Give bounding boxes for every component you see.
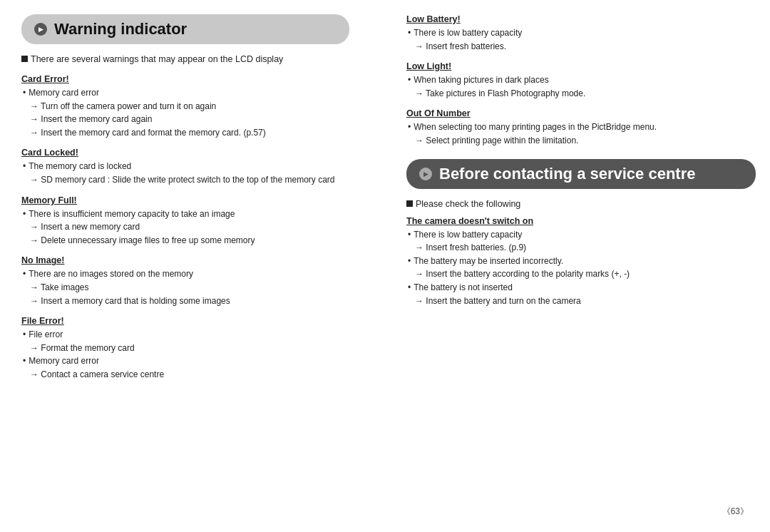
error-title: Low Battery! (406, 14, 756, 24)
error-title: The camera doesn't switch on (406, 216, 756, 226)
error-title: File Error! (21, 316, 349, 326)
error-body: Memory card error→ Turn off the camera p… (21, 86, 349, 139)
arrow-item: → Insert fresh batteries. (408, 40, 756, 53)
left-column: Warning indicator There are several warn… (21, 14, 371, 503)
arrow-item: → Take images (23, 281, 349, 295)
bullet-item: There are no images stored on the memory (23, 267, 349, 281)
arrow-item: → Insert the battery and turn on the cam… (408, 295, 756, 308)
error-body: There is low battery capacity→ Insert fr… (406, 228, 756, 308)
arrow-item: → Insert fresh batteries. (p.9) (408, 241, 756, 255)
right-top-sections: Low Battery!There is low battery capacit… (406, 14, 756, 148)
warning-title: Warning indicator (54, 20, 187, 39)
arrow-item: → Select printing page within the limita… (408, 134, 756, 148)
error-body: When selecting too many printing pages i… (406, 121, 756, 147)
error-title: No Image! (21, 255, 349, 265)
bullet-item: The memory card is locked (23, 160, 349, 173)
arrow-item: → Delete unnecessary image files to free… (23, 234, 349, 247)
error-section: Out Of NumberWhen selecting too many pri… (406, 108, 756, 147)
before-sections: The camera doesn't switch onThere is low… (406, 216, 756, 308)
before-header: Before contacting a service centre (406, 159, 756, 189)
arrow-item: → Contact a camera service centre (23, 368, 349, 382)
bullet-item: There is low battery capacity (408, 228, 756, 242)
bullet-item: The battery may be inserted incorrectly. (408, 255, 756, 268)
error-body: File error→ Format the memory cardMemory… (21, 328, 349, 381)
error-title: Card Locked! (21, 148, 349, 158)
error-body: There is insufficient memory capacity to… (21, 208, 349, 247)
error-section: Card Locked!The memory card is locked→ S… (21, 148, 349, 186)
arrow-item: → Format the memory card (23, 342, 349, 355)
bullet-item: File error (23, 328, 349, 342)
before-title: Before contacting a service centre (439, 165, 695, 183)
bullet-item: When taking pictures in dark places (408, 73, 756, 87)
square-bullet-icon (21, 56, 28, 62)
page: Warning indicator There are several warn… (0, 0, 770, 532)
before-arrow-icon (419, 168, 432, 180)
arrow-item: → Insert a new memory card (23, 220, 349, 234)
warning-intro-text: There are several warnings that may appe… (31, 54, 283, 64)
bullet-item: The battery is not inserted (408, 281, 756, 295)
arrow-item: → Turn off the camera power and turn it … (23, 100, 349, 113)
page-number: 《63》 (21, 506, 749, 518)
error-section: File Error!File error→ Format the memory… (21, 316, 349, 381)
error-section: Low Battery!There is low battery capacit… (406, 14, 756, 53)
before-square-icon (406, 200, 413, 207)
bullet-item: Memory card error (23, 354, 349, 368)
error-title: Out Of Number (406, 108, 756, 118)
arrow-item: → Take pictures in Flash Photography mod… (408, 87, 756, 101)
error-section: Card Error!Memory card error→ Turn off t… (21, 74, 349, 139)
before-intro: Please check the following (406, 199, 756, 209)
arrow-icon (34, 23, 47, 36)
error-section: The camera doesn't switch onThere is low… (406, 216, 756, 308)
error-title: Memory Full! (21, 195, 349, 205)
before-intro-text: Please check the following (416, 199, 520, 209)
error-title: Low Light! (406, 61, 756, 71)
error-body: There are no images stored on the memory… (21, 267, 349, 307)
error-title: Card Error! (21, 74, 349, 84)
left-sections: Card Error!Memory card error→ Turn off t… (21, 74, 349, 382)
error-body: The memory card is locked→ SD memory car… (21, 160, 349, 186)
bullet-item: There is insufficient memory capacity to… (23, 208, 349, 221)
error-section: Low Light!When taking pictures in dark p… (406, 61, 756, 100)
arrow-item: → Insert the battery according to the po… (408, 267, 756, 281)
error-section: Memory Full!There is insufficient memory… (21, 195, 349, 247)
error-body: There is low battery capacity→ Insert fr… (406, 26, 756, 53)
warning-intro: There are several warnings that may appe… (21, 54, 349, 64)
arrow-item: → Insert the memory card again (23, 113, 349, 126)
bullet-item: There is low battery capacity (408, 26, 756, 40)
warning-header: Warning indicator (21, 14, 349, 44)
error-body: When taking pictures in dark places→ Tak… (406, 73, 756, 100)
arrow-item: → SD memory card : Slide the write prote… (23, 173, 349, 187)
bullet-item: Memory card error (23, 86, 349, 100)
error-section: No Image!There are no images stored on t… (21, 255, 349, 307)
bullet-item: When selecting too many printing pages i… (408, 121, 756, 134)
right-column: Low Battery!There is low battery capacit… (399, 14, 756, 503)
arrow-item: → Insert the memory card and format the … (23, 126, 349, 140)
arrow-item: → Insert a memory card that is holding s… (23, 295, 349, 308)
